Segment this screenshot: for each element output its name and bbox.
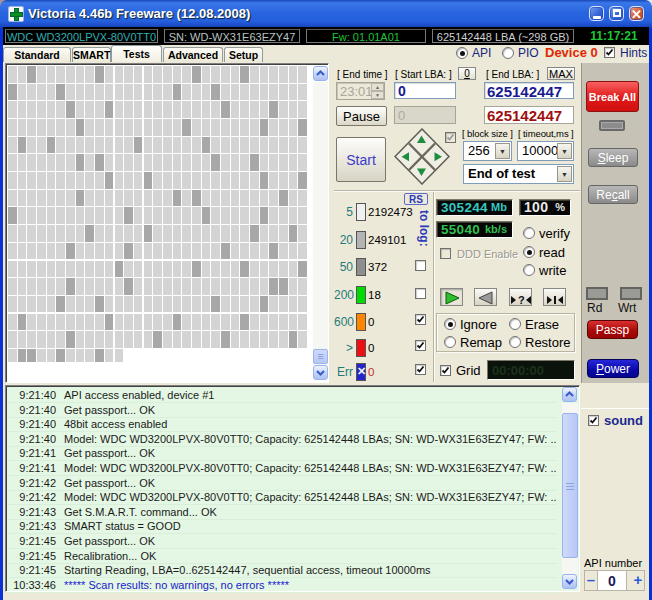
svg-text:?: ? — [518, 294, 525, 306]
